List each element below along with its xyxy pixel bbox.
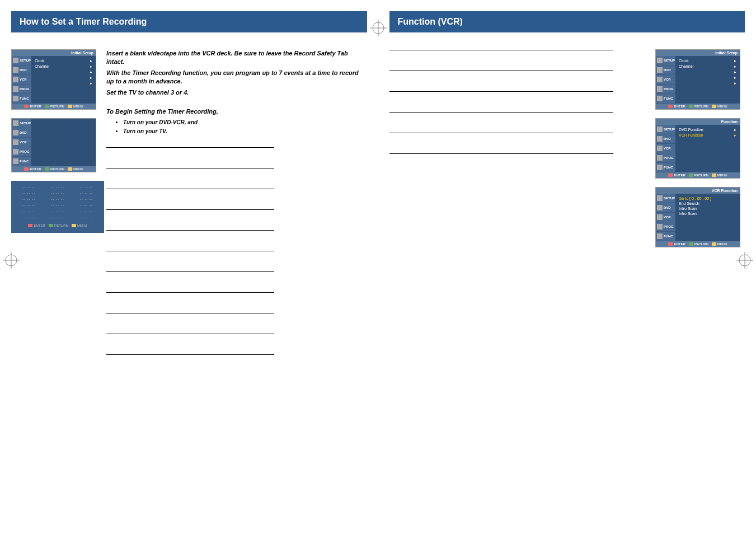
menu-tab-vcr[interactable]: VCR xyxy=(664,78,671,81)
menu-item-clock[interactable]: Clock xyxy=(679,59,689,63)
menu-tab-setup[interactable]: SETUP xyxy=(664,128,675,131)
menu-tab-dvd[interactable]: DVD xyxy=(20,68,27,72)
footer-return: RETURN xyxy=(694,242,708,246)
footer-enter: ENTER xyxy=(674,242,685,246)
menu-tab-dvd[interactable]: DVD xyxy=(664,68,671,72)
arrow-right-icon: ▸ xyxy=(734,59,736,63)
intro-text: Insert a blank videotape into the VCR de… xyxy=(106,49,367,374)
menu-tab-setup[interactable]: SETUP xyxy=(20,121,31,125)
left-page: How to Set a Timer Recording Initial Set… xyxy=(11,11,367,383)
arrow-right-icon: ▸ xyxy=(734,76,736,80)
menu-item-channel[interactable]: Channel xyxy=(679,64,693,69)
disc-icon xyxy=(13,67,18,73)
menu-tab-func[interactable]: FUNC xyxy=(664,166,673,169)
menu-tab-vcr[interactable]: VCR xyxy=(664,216,671,219)
disc-icon xyxy=(13,130,18,135)
footer-return: RETURN xyxy=(694,174,708,177)
menu-footer: ENTER RETURN MENU xyxy=(656,104,740,109)
blank-lines-right xyxy=(389,49,645,256)
func-icon xyxy=(13,96,18,101)
clock-icon xyxy=(657,224,663,229)
menu-tab-func[interactable]: FUNC xyxy=(664,235,673,238)
menu-screenshot-initial: Initial Setup SETUP DVD VCR PROG FUNC Cl… xyxy=(11,49,95,374)
footer-return: RETURN xyxy=(54,224,68,227)
blank-lines-left xyxy=(106,147,367,355)
menu-item-goto[interactable]: Go to [ 0 : 00 : 00 ] xyxy=(679,196,711,200)
gear-icon xyxy=(657,58,663,63)
intro-line3: Set the TV to channel 3 or 4. xyxy=(106,88,367,97)
menu-tab-prog[interactable]: PROG xyxy=(664,87,674,91)
gear-icon xyxy=(657,195,663,201)
func-icon xyxy=(657,96,663,101)
right-title-bar: Function (VCR) xyxy=(389,11,745,32)
disc-icon xyxy=(657,67,663,73)
arrow-right-icon: ▸ xyxy=(734,81,736,86)
menu-tab-prog[interactable]: PROG xyxy=(20,87,30,91)
menu-footer: ENTER RETURN MENU xyxy=(656,241,740,247)
menu-item-vcr-function[interactable]: VCR Function xyxy=(679,133,703,138)
menu-item-intro-scan[interactable]: Intro Scan xyxy=(679,207,697,210)
intro-line4: To Begin Setting the Timer Recording, xyxy=(106,107,367,116)
gear-icon xyxy=(13,58,18,63)
footer-enter: ENTER xyxy=(674,105,685,108)
right-page: Function (VCR) Initial Setup SETUP DVD xyxy=(389,11,745,383)
menu-tab-setup[interactable]: SETUP xyxy=(664,196,675,200)
tape-icon xyxy=(657,146,663,151)
arrow-right-icon: ▸ xyxy=(90,76,92,80)
arrow-right-icon: ▸ xyxy=(734,133,736,138)
menu-tab-setup[interactable]: SETUP xyxy=(664,59,675,62)
clock-icon xyxy=(657,155,663,161)
footer-menu: MENU xyxy=(717,242,727,246)
arrow-right-icon: ▸ xyxy=(90,59,92,63)
arrow-right-icon: ▸ xyxy=(734,64,736,69)
menu-header: Initial Setup xyxy=(12,50,96,56)
menu-tab-vcr[interactable]: VCR xyxy=(20,140,27,144)
menu-header: Function xyxy=(656,119,740,125)
menu-item-channel[interactable]: Channel xyxy=(35,64,49,69)
menu-tab-prog[interactable]: PROG xyxy=(20,150,30,153)
menu-tab-dvd[interactable]: DVD xyxy=(664,206,671,209)
menu-tab-dvd[interactable]: DVD xyxy=(664,137,671,140)
menu-header: VCR Function xyxy=(656,188,740,194)
clock-icon xyxy=(13,149,18,154)
func-icon xyxy=(657,233,663,239)
footer-return: RETURN xyxy=(50,105,64,108)
arrow-right-icon: ▸ xyxy=(734,70,736,74)
footer-menu: MENU xyxy=(73,167,83,171)
menu-tab-func[interactable]: FUNC xyxy=(20,160,29,163)
menu-footer: ENTER RETURN MENU xyxy=(656,172,740,178)
menu-footer: ENTER RETURN MENU xyxy=(12,104,96,109)
menu-tab-setup[interactable]: SETUP xyxy=(20,59,31,62)
menu-tab-dvd[interactable]: DVD xyxy=(20,131,27,134)
prog-cell: -- -- -- xyxy=(16,185,42,189)
disc-icon xyxy=(657,205,663,210)
gear-icon xyxy=(13,120,18,126)
menu-item-clock[interactable]: Clock xyxy=(35,59,45,63)
func-icon xyxy=(13,158,18,164)
footer-menu: MENU xyxy=(717,174,727,177)
menu-item-dvd-function[interactable]: DVD Function xyxy=(679,128,703,132)
arrow-right-icon: ▸ xyxy=(90,70,92,74)
tape-icon xyxy=(657,214,663,220)
clock-icon xyxy=(13,86,18,92)
menu-tab-prog[interactable]: PROG xyxy=(664,225,674,228)
footer-enter: ENTER xyxy=(34,224,45,227)
footer-enter: ENTER xyxy=(674,174,685,177)
prog-table: -- -- ---- -- ---- -- -- -- -- ---- -- -… xyxy=(11,181,104,233)
arrow-right-icon: ▸ xyxy=(734,128,736,132)
registration-mark-top xyxy=(367,17,389,39)
footer-enter: ENTER xyxy=(30,105,41,108)
gear-icon xyxy=(657,127,663,132)
tape-icon xyxy=(13,77,18,82)
menu-tab-func[interactable]: FUNC xyxy=(664,97,673,100)
intro-line1: Insert a blank videotape into the VCR de… xyxy=(106,49,367,67)
menu-tab-vcr[interactable]: VCR xyxy=(20,78,27,81)
footer-menu: MENU xyxy=(77,224,87,227)
footer-enter: ENTER xyxy=(30,167,41,171)
menu-item-end-search[interactable]: End Search xyxy=(679,202,699,205)
menu-tab-func[interactable]: FUNC xyxy=(20,97,29,100)
menu-tab-prog[interactable]: PROG xyxy=(664,156,674,160)
arrow-right-icon: ▸ xyxy=(90,64,92,69)
menu-item-intro-scan[interactable]: Intro Scan xyxy=(679,212,697,216)
menu-tab-vcr[interactable]: VCR xyxy=(664,147,671,150)
